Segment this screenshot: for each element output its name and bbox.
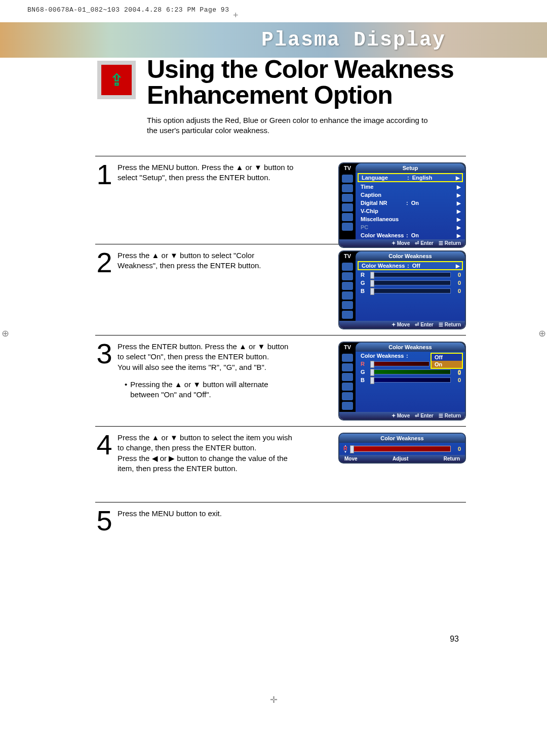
crop-mark-top	[233, 0, 243, 22]
osd-footer: Move Enter Return	[339, 239, 465, 247]
menu-item-color-weakness-toggle[interactable]: Color Weakness: Off ▶	[358, 261, 463, 270]
step-text: Press the ENTER button. Press the ▲ or ▼…	[118, 342, 296, 400]
crop-mark-left	[0, 328, 15, 343]
osd-title: Color Weakness	[339, 434, 465, 443]
osd-footer: Move Enter Return	[339, 412, 465, 419]
slider-r: R 0	[356, 271, 465, 279]
option-off[interactable]: Off	[432, 354, 462, 361]
dropdown-on-off[interactable]: Off On	[431, 353, 463, 369]
step-3: 3 Press the ENTER button. Press the ▲ or…	[95, 335, 466, 426]
menu-item-pc: PC ▶	[356, 223, 465, 231]
crop-mark-right	[532, 328, 547, 343]
step-text: Press the ▲ or ▼ button to select the it…	[118, 433, 296, 474]
page-number: 93	[450, 635, 459, 644]
step-number: 3	[95, 340, 113, 424]
step-number: 2	[95, 248, 113, 333]
step-1: 1 Press the MENU button. Press the ▲ or …	[95, 156, 466, 244]
section-icon: ⇪	[97, 61, 136, 99]
menu-item-time[interactable]: Time ▶	[356, 183, 465, 191]
steps-container: 1 Press the MENU button. Press the ▲ or …	[95, 156, 466, 542]
osd-sidebar-icons	[339, 173, 356, 239]
step-number: 4	[95, 431, 113, 500]
slider-value: 0	[454, 446, 461, 452]
osd-adjust-r: Color Weakness ▲ R ▼ 0 Move Adjust	[338, 433, 466, 464]
menu-item-language[interactable]: Language: English ▶	[358, 173, 463, 182]
step-text: Press the ▲ or ▼ button to select "Color…	[118, 250, 296, 271]
menu-item-digital-nr[interactable]: Digital NR: On ▶	[356, 199, 465, 207]
osd-title: Setup	[356, 163, 465, 173]
osd-setup-menu: TV Setup Language: English ▶ Ti	[338, 162, 466, 248]
osd-color-weakness-menu: TV Color Weakness Color Weakness: Off ▶	[338, 250, 466, 329]
slider-r-adjust[interactable]	[350, 446, 451, 452]
menu-item-color-weakness[interactable]: Color Weakness: On ▶	[356, 231, 465, 239]
osd-color-weakness-select: TV Color Weakness Color Weakness: Off On	[338, 342, 466, 421]
print-header: BN68-00678A-01_082~103 2004.4.28 6:23 PM…	[27, 6, 229, 14]
slider-b[interactable]: B 0	[356, 376, 465, 384]
channel-selector[interactable]: ▲ R ▼	[343, 445, 347, 453]
menu-item-misc[interactable]: Miscellaneous ▶	[356, 215, 465, 223]
step-2: 2 Press the ▲ or ▼ button to select "Col…	[95, 244, 466, 335]
step-text: Press the MENU button to exit.	[118, 509, 296, 519]
step-5: 5 Press the MENU button to exit.	[95, 502, 466, 542]
osd-sidebar-icons	[339, 352, 356, 412]
menu-item-caption[interactable]: Caption ▶	[356, 191, 465, 199]
intro-text: This option adjusts the Red, Blue or Gre…	[147, 115, 431, 136]
step-4: 4 Press the ▲ or ▼ button to select the …	[95, 426, 466, 502]
slider-g: G 0	[356, 279, 465, 287]
osd-footer: Move Enter Return	[339, 321, 465, 328]
slider-g[interactable]: G 0	[356, 368, 465, 376]
page-title: Using the Color Weakness Enhancement Opt…	[147, 57, 454, 108]
chevron-right-icon: ▶	[456, 175, 460, 181]
step-number: 1	[95, 160, 113, 242]
crop-mark-bottom	[270, 694, 278, 705]
slider-b: B 0	[356, 287, 465, 295]
osd-tv-label: TV	[339, 163, 356, 173]
osd-sidebar-icons	[339, 261, 356, 321]
step-number: 5	[95, 507, 113, 540]
option-on[interactable]: On	[432, 361, 462, 368]
menu-item-vchip[interactable]: V-Chip ▶	[356, 207, 465, 215]
osd-footer: Move Adjust Return	[339, 455, 465, 463]
banner: Plasma Display	[0, 22, 547, 58]
step-text: Press the MENU button. Press the ▲ or ▼ …	[118, 162, 296, 183]
banner-title: Plasma Display	[261, 29, 446, 52]
